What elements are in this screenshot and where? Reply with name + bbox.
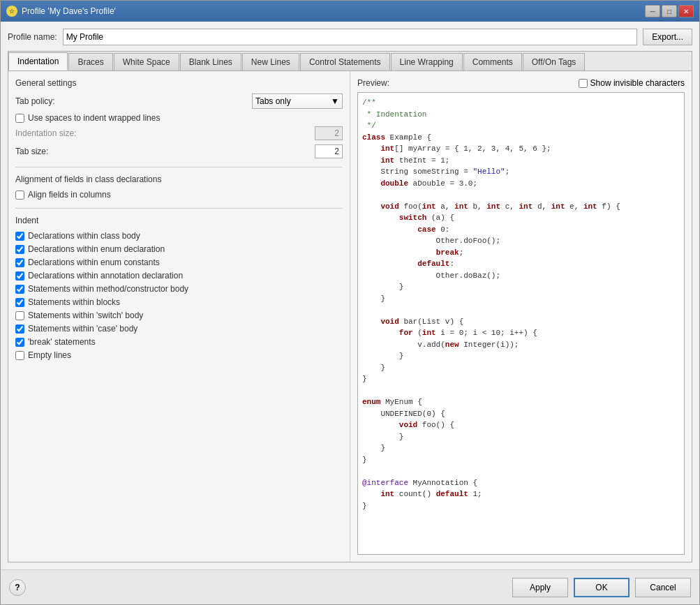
cancel-button[interactable]: Cancel (635, 578, 691, 597)
indent-item-2: Declarations within enum constants (15, 257, 343, 267)
tab-policy-value: Tabs only (255, 96, 291, 106)
code-line-11: case 0: (362, 224, 680, 236)
tab-off-on-tags[interactable]: Off/On Tags (523, 53, 586, 70)
tab-size-input[interactable] (315, 144, 343, 158)
code-line-24: } (362, 373, 680, 385)
use-spaces-label: Use spaces to indent wrapped lines (28, 113, 160, 123)
indent-checkbox-4[interactable] (15, 285, 24, 294)
titlebar-left: ☆ Profile 'My Dave's Profile' (6, 6, 116, 17)
tab-policy-label: Tab policy: (15, 96, 252, 106)
tab-white-space[interactable]: White Space (114, 53, 179, 70)
indent-title: Indent (15, 216, 343, 225)
indent-label-8: 'break' statements (28, 337, 96, 347)
align-fields-checkbox[interactable] (15, 191, 24, 200)
indent-label-0: Declarations within class body (28, 231, 140, 241)
code-line-33: @interface MyAnnotation { (362, 477, 680, 489)
code-line-27: UNDEFINED(0) { (362, 408, 680, 420)
code-line-29: } (362, 431, 680, 443)
code-line-35: } (362, 500, 680, 512)
titlebar-buttons: ─ □ ✕ (645, 5, 694, 17)
indent-label-3: Declarations within annotation declarati… (28, 271, 183, 281)
indent-label-9: Empty lines (28, 350, 71, 360)
code-preview: /** * Indentation */ class Example { int… (357, 92, 685, 555)
indent-item-7: Statements within 'case' body (15, 324, 343, 334)
tab-line-wrapping[interactable]: Line Wrapping (391, 53, 463, 70)
preview-label: Preview: (357, 78, 389, 88)
tab-blank-lines[interactable]: Blank Lines (180, 53, 241, 70)
code-line-23: } (362, 362, 680, 374)
indentation-size-label: Indentation size: (15, 128, 315, 138)
tab-new-lines[interactable]: New Lines (242, 53, 299, 70)
profile-name-row: Profile name: Export... (8, 29, 692, 45)
code-line-25 (362, 385, 680, 397)
code-line-1: * Indentation (362, 109, 680, 121)
indent-item-4: Statements within method/constructor bod… (15, 284, 343, 294)
alignment-section: Alignment of fields in class declaration… (15, 174, 343, 200)
right-panel: Preview: Show invisible characters /** *… (350, 71, 692, 562)
general-settings-section: General settings Tab policy: Tabs only ▼… (15, 78, 343, 158)
indent-checkbox-6[interactable] (15, 311, 24, 320)
code-line-18 (362, 304, 680, 316)
code-line-30: } (362, 442, 680, 454)
code-line-7: double aDouble = 3.0; (362, 178, 680, 190)
code-line-5: int theInt = 1; (362, 155, 680, 167)
indent-item-3: Declarations within annotation declarati… (15, 271, 343, 281)
titlebar: ☆ Profile 'My Dave's Profile' ─ □ ✕ (1, 1, 699, 22)
indent-checkbox-7[interactable] (15, 324, 24, 334)
indent-checkbox-2[interactable] (15, 258, 24, 267)
code-line-20: for (int i = 0; i < 10; i++) { (362, 327, 680, 339)
show-invisible-row: Show invisible characters (579, 78, 685, 88)
indent-label-7: Statements within 'case' body (28, 324, 137, 334)
tab-policy-dropdown[interactable]: Tabs only ▼ (252, 94, 343, 109)
indent-checkbox-0[interactable] (15, 232, 24, 241)
code-line-22: } (362, 350, 680, 362)
window-title: Profile 'My Dave's Profile' (22, 6, 116, 16)
alignment-title: Alignment of fields in class declaration… (15, 174, 343, 184)
main-window: ☆ Profile 'My Dave's Profile' ─ □ ✕ Prof… (0, 0, 700, 605)
indent-label-5: Statements within blocks (28, 297, 120, 307)
code-line-6: String someString = "Hello"; (362, 166, 680, 178)
show-invisible-checkbox[interactable] (579, 79, 588, 88)
code-line-19: void bar(List v) { (362, 316, 680, 328)
profile-name-input[interactable] (63, 29, 638, 45)
indent-label-6: Statements within 'switch' body (28, 311, 143, 320)
code-line-3: class Example { (362, 132, 680, 144)
code-line-2: */ (362, 120, 680, 132)
indent-checkbox-9[interactable] (15, 351, 24, 360)
tab-policy-row: Tab policy: Tabs only ▼ (15, 94, 343, 109)
close-button[interactable]: ✕ (678, 5, 694, 17)
code-line-15: Other.doBaz(); (362, 270, 680, 282)
indent-section: Indent Declarations within class body De… (15, 216, 343, 360)
apply-button[interactable]: Apply (512, 578, 568, 597)
indentation-size-input (315, 126, 343, 140)
code-line-4: int[] myArray = { 1, 2, 3, 4, 5, 6 }; (362, 143, 680, 155)
indent-checkbox-3[interactable] (15, 271, 24, 281)
general-settings-title: General settings (15, 78, 343, 88)
indent-label-2: Declarations within enum constants (28, 257, 160, 267)
use-spaces-row: Use spaces to indent wrapped lines (15, 113, 343, 123)
maximize-button[interactable]: □ (662, 5, 677, 17)
indent-checkbox-1[interactable] (15, 245, 24, 254)
action-buttons: Apply OK Cancel (512, 578, 691, 597)
code-line-13: break; (362, 247, 680, 259)
indent-checkbox-8[interactable] (15, 338, 24, 347)
ok-button[interactable]: OK (574, 578, 630, 597)
minimize-button[interactable]: ─ (645, 5, 660, 17)
tab-indentation[interactable]: Indentation (8, 52, 68, 70)
tab-braces[interactable]: Braces (68, 53, 112, 70)
indent-item-0: Declarations within class body (15, 231, 343, 241)
indent-item-6: Statements within 'switch' body (15, 311, 343, 320)
preview-header: Preview: Show invisible characters (357, 78, 685, 88)
indent-checkbox-5[interactable] (15, 298, 24, 307)
use-spaces-checkbox[interactable] (15, 114, 24, 123)
tab-content: General settings Tab policy: Tabs only ▼… (8, 71, 692, 562)
main-content: Profile name: Export... Indentation Brac… (1, 22, 699, 569)
tab-control-statements[interactable]: Control Statements (300, 53, 390, 70)
code-line-34: int count() default 1; (362, 488, 680, 500)
help-button[interactable]: ? (9, 579, 26, 596)
bottom-bar: ? Apply OK Cancel (1, 569, 699, 604)
export-button[interactable]: Export... (643, 29, 692, 45)
code-line-21: v.add(new Integer(i)); (362, 339, 680, 351)
indent-item-1: Declarations within enum declaration (15, 244, 343, 254)
tab-comments[interactable]: Comments (463, 53, 522, 70)
